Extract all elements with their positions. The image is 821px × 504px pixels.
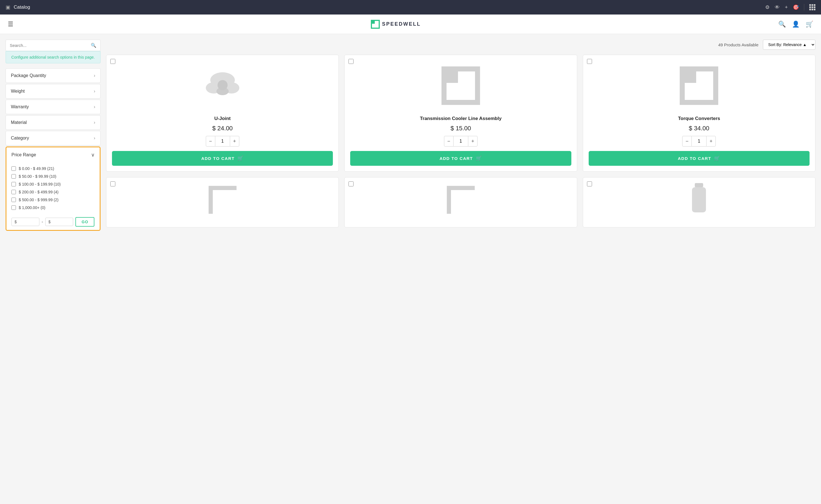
price-max-input[interactable] (52, 220, 71, 224)
product-price: $ 34.00 (689, 125, 709, 132)
quantity-decrease-button[interactable]: − (206, 136, 215, 147)
price-range-check-1[interactable] (11, 174, 16, 179)
product-select-checkbox[interactable] (587, 59, 592, 64)
product-name: Torque Converters (678, 116, 720, 121)
search-icon[interactable]: 🔍 (778, 21, 786, 28)
list-item: $ 200.00 - $ 499.99 (4) (11, 188, 95, 196)
product-image (674, 183, 724, 217)
filter-material-header[interactable]: Material › (6, 116, 100, 129)
price-range-check-5[interactable] (11, 205, 16, 210)
price-range-dash: - (42, 219, 43, 224)
quantity-control: − + (682, 136, 716, 147)
price-range-check-3[interactable] (11, 190, 16, 194)
sidebar: 🔍 Configure additional search options in… (6, 40, 100, 231)
logo: SPEEDWELL (13, 20, 778, 29)
filter-warranty-label: Warranty (11, 104, 29, 109)
search-box-icon: 🔍 (91, 43, 96, 48)
ujoint-image (200, 63, 245, 108)
product-card (583, 177, 815, 227)
top-bar-actions: ⚙ 👁 + 🎯 (765, 4, 815, 11)
price-range-label-1: $ 50.00 - $ 99.99 (10) (19, 174, 56, 179)
chevron-right-icon: › (94, 120, 95, 125)
svg-rect-14 (447, 186, 451, 214)
top-bar-title: Catalog (14, 4, 30, 10)
price-range-check-4[interactable] (11, 198, 16, 202)
product-name: U-Joint (214, 116, 231, 121)
add-to-cart-button[interactable]: ADD TO CART 🛒 (350, 151, 571, 166)
price-range-label-0: $ 0.00 - $ 49.99 (21) (19, 166, 54, 171)
quantity-decrease-button[interactable]: − (444, 136, 454, 147)
filter-warranty-header[interactable]: Warranty › (6, 100, 100, 114)
quantity-input[interactable] (215, 136, 230, 147)
add-to-cart-button[interactable]: ADD TO CART 🛒 (589, 151, 810, 166)
chevron-right-icon: › (94, 104, 95, 109)
quantity-control: − + (206, 136, 239, 147)
add-to-cart-label: ADD TO CART (678, 156, 711, 161)
quantity-increase-button[interactable]: + (468, 136, 478, 147)
product-grid: U-Joint $ 24.00 − + ADD TO CART 🛒 (106, 55, 815, 227)
product-select-checkbox[interactable] (587, 181, 592, 186)
product-price: $ 24.00 (212, 125, 233, 132)
add-icon[interactable]: + (785, 4, 788, 10)
price-min-input[interactable] (18, 220, 37, 224)
price-range-label-2: $ 100.00 - $ 199.99 (10) (19, 182, 61, 186)
cart-icon: 🛒 (714, 155, 721, 161)
chevron-down-icon: ∨ (91, 152, 95, 158)
filter-warranty: Warranty › (6, 100, 100, 114)
product-header: 49 Products Available Sort By: Relevance… (106, 40, 815, 50)
product-select-checkbox[interactable] (348, 181, 353, 186)
logo-placeholder-image (439, 63, 483, 108)
filter-category-header[interactable]: Category › (6, 131, 100, 145)
search-config-link[interactable]: Configure additional search options in t… (11, 55, 95, 59)
cart-icon: 🛒 (237, 155, 244, 161)
globe-icon[interactable]: 🎯 (793, 4, 799, 10)
preview-icon[interactable]: 👁 (775, 4, 780, 10)
svg-rect-16 (692, 187, 706, 212)
quantity-decrease-button[interactable]: − (682, 136, 692, 147)
bracket-image (206, 183, 239, 217)
hamburger-menu-icon[interactable]: ☰ (8, 21, 13, 28)
price-range-go-button[interactable]: GO (75, 217, 94, 227)
user-icon[interactable]: 👤 (792, 21, 800, 28)
sort-select[interactable]: Sort By: Relevance ▲ Price: Low to High … (763, 40, 815, 50)
price-range-list: $ 0.00 - $ 49.99 (21) $ 50.00 - $ 99.99 … (6, 162, 100, 214)
product-image (197, 61, 248, 111)
bracket-image-2 (444, 183, 478, 217)
product-card: Torque Converters $ 34.00 − + ADD TO CAR… (583, 55, 815, 172)
cart-icon: 🛒 (476, 155, 482, 161)
price-max-wrap: $ (45, 218, 73, 226)
grid-icon[interactable] (809, 4, 815, 10)
product-select-checkbox[interactable] (110, 181, 115, 186)
product-select-checkbox[interactable] (348, 59, 353, 64)
quantity-input[interactable] (692, 136, 706, 147)
sidebar-toggle-icon[interactable]: ▣ (6, 4, 10, 10)
list-item: $ 0.00 - $ 49.99 (21) (11, 165, 95, 172)
product-image (197, 183, 248, 217)
chevron-right-icon: › (94, 136, 95, 141)
quantity-input[interactable] (454, 136, 468, 147)
products-count: 49 Products Available (718, 42, 758, 47)
header-actions: 🔍 👤 🛒 (778, 21, 813, 28)
currency-symbol-min: $ (15, 220, 17, 224)
header: ☰ SPEEDWELL 🔍 👤 🛒 (0, 15, 821, 34)
svg-rect-12 (209, 186, 213, 214)
price-range-check-2[interactable] (11, 182, 16, 186)
search-box: 🔍 (6, 40, 100, 51)
add-to-cart-button[interactable]: ADD TO CART 🛒 (112, 151, 333, 166)
quantity-increase-button[interactable]: + (230, 136, 239, 147)
product-select-checkbox[interactable] (110, 59, 115, 64)
filter-package-quantity-header[interactable]: Package Quantity › (6, 69, 100, 83)
main-layout: 🔍 Configure additional search options in… (0, 34, 821, 236)
settings-icon[interactable]: ⚙ (765, 4, 770, 10)
product-card: U-Joint $ 24.00 − + ADD TO CART 🛒 (106, 55, 339, 172)
filter-weight-header[interactable]: Weight › (6, 84, 100, 98)
filter-category-label: Category (11, 136, 29, 141)
quantity-increase-button[interactable]: + (706, 136, 716, 147)
price-range-check-0[interactable] (11, 166, 16, 171)
cart-icon[interactable]: 🛒 (806, 21, 813, 28)
filter-category: Category › (6, 131, 100, 145)
logo-text: SPEEDWELL (382, 21, 421, 27)
product-price: $ 15.00 (451, 125, 471, 132)
filter-price-range-header[interactable]: Price Range ∨ (6, 147, 100, 162)
search-input[interactable] (10, 43, 91, 48)
